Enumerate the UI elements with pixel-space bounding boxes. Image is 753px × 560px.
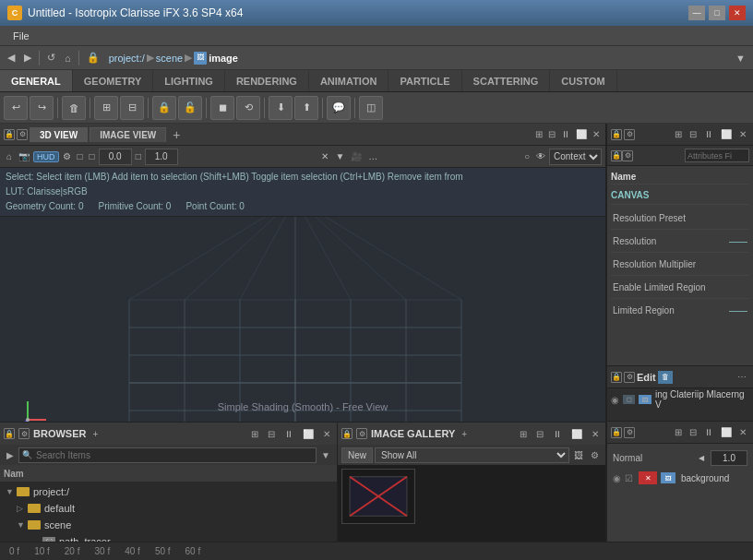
maximize-button[interactable]: □ <box>709 6 725 20</box>
tree-item-root[interactable]: ▼ project:/ <box>2 483 335 500</box>
browser-back[interactable]: ▶ <box>4 449 17 461</box>
forward-button[interactable]: ▶ <box>20 50 35 66</box>
browser-add-btn[interactable]: + <box>90 428 101 440</box>
new-button[interactable]: New <box>341 447 373 463</box>
tab-rendering[interactable]: RENDERING <box>225 70 309 91</box>
tree-toggle-scene[interactable]: ▼ <box>17 520 28 530</box>
home-button[interactable]: ⌂ <box>61 51 75 66</box>
props-pause[interactable]: ⏸ <box>701 128 716 140</box>
tab-particle[interactable]: PARTICLE <box>388 70 461 91</box>
chat-button[interactable]: 💬 <box>327 96 351 120</box>
reload-button[interactable]: ↺ <box>43 50 59 66</box>
tab-lighting[interactable]: LIGHTING <box>153 70 225 91</box>
layer-check[interactable]: ☑ <box>625 473 633 483</box>
view-filter-btn[interactable]: ▼ <box>332 150 347 162</box>
attrs-search[interactable] <box>685 149 749 162</box>
tree-item-scene[interactable]: ▼ scene <box>2 517 335 533</box>
blend-arrow-left[interactable]: ◀ <box>696 453 707 463</box>
props-max[interactable]: ⬜ <box>718 128 735 140</box>
browser-content[interactable]: ▼ project:/ ▷ default ▼ scene <box>0 482 337 542</box>
show-all-select[interactable]: Show All <box>375 447 569 463</box>
layers-split[interactable]: ⊟ <box>687 426 699 438</box>
edit-more[interactable]: ⋯ <box>735 371 749 383</box>
view-val1[interactable] <box>99 149 132 165</box>
undo-button[interactable]: ↩ <box>4 96 28 120</box>
panel-pause[interactable]: ⏸ <box>559 128 572 140</box>
tab-general[interactable]: GENERAL <box>0 70 73 91</box>
file-menu[interactable]: File <box>6 29 37 43</box>
tree-item-default[interactable]: ▷ default <box>2 500 335 517</box>
props-close[interactable]: ✕ <box>736 128 749 140</box>
grid-btn-1[interactable]: ⊞ <box>94 96 118 120</box>
gallery-image-icon[interactable]: 🖼 <box>571 449 586 461</box>
view-display[interactable]: □ <box>75 150 86 162</box>
search-input[interactable] <box>18 447 317 463</box>
layout-button[interactable]: ◫ <box>359 96 383 120</box>
panel-grid-btn[interactable]: ⊞ <box>533 128 544 140</box>
view-circle[interactable]: ○ <box>521 150 532 162</box>
gallery-grid[interactable]: ⊞ <box>517 428 530 440</box>
layers-max[interactable]: ⬜ <box>718 426 735 438</box>
browser-pause[interactable]: ⏸ <box>281 428 296 440</box>
view-context-select[interactable]: Context <box>549 149 602 165</box>
layers-grid[interactable]: ⊞ <box>672 426 685 438</box>
tab-3d-view[interactable]: 3D VIEW <box>30 127 88 142</box>
view3d-canvas[interactable]: Simple Shading (Smooth) - Free View <box>0 217 605 422</box>
gallery-content[interactable] <box>338 465 605 542</box>
tree-item-path-tracer[interactable]: ⛶ path_tracer <box>2 533 335 542</box>
back-button[interactable]: ◀ <box>4 50 18 66</box>
import-button[interactable]: ⬇ <box>269 96 293 120</box>
view-more[interactable]: … <box>365 150 380 162</box>
view-eye[interactable]: 👁 <box>533 150 548 162</box>
view-transform-btn[interactable]: ✕ <box>318 150 331 162</box>
unlock-button[interactable]: 🔓 <box>178 96 202 120</box>
layers-close[interactable]: ✕ <box>736 426 749 438</box>
gallery-max[interactable]: ⬜ <box>568 428 585 440</box>
layers-pause[interactable]: ⏸ <box>701 426 716 438</box>
gallery-add-btn[interactable]: + <box>459 428 470 440</box>
nav-scene[interactable]: scene <box>156 53 183 64</box>
redo-button[interactable]: ↪ <box>30 96 54 120</box>
edit-item-1[interactable]: ◉ ◻ 🖼 ing Clateriip Mlacerng V <box>611 390 749 409</box>
tab-image-view[interactable]: IMAGE VIEW <box>90 127 166 142</box>
gallery-pause[interactable]: ⏸ <box>550 428 565 440</box>
lock-button[interactable]: 🔒 <box>152 96 176 120</box>
tree-toggle-default[interactable]: ▷ <box>17 504 28 513</box>
add-view-tab[interactable]: + <box>168 126 185 143</box>
gallery-close[interactable]: ✕ <box>589 428 602 440</box>
tab-scattering[interactable]: SCATTERING <box>462 70 551 91</box>
browser-close[interactable]: ✕ <box>320 428 333 440</box>
panel-close[interactable]: ✕ <box>591 128 602 140</box>
address-lock[interactable]: 🔒 <box>83 50 103 66</box>
panel-maximize[interactable]: ⬜ <box>574 128 589 140</box>
view-res-toggle[interactable]: □ <box>87 150 98 162</box>
tab-custom[interactable]: CUSTOM <box>550 70 616 91</box>
layer-eye-icon[interactable]: ◉ <box>613 473 621 483</box>
view-cam-toggle[interactable]: □ <box>133 150 144 162</box>
delete-button[interactable]: 🗑 <box>62 96 86 120</box>
export-button[interactable]: ⬆ <box>294 96 318 120</box>
edit-icon-btn[interactable]: 🗑 <box>658 371 673 384</box>
minimize-button[interactable]: — <box>688 6 705 20</box>
transform-button[interactable]: ⟲ <box>236 96 260 120</box>
view-record-btn[interactable]: 🎥 <box>348 150 365 162</box>
nav-dropdown[interactable]: ▼ <box>732 51 749 66</box>
grid-btn-2[interactable]: ⊟ <box>120 96 144 120</box>
tab-geometry[interactable]: GEOMETRY <box>73 70 154 91</box>
cube-button[interactable]: ◼ <box>210 96 234 120</box>
view-camera[interactable]: 📷 <box>16 150 32 162</box>
browser-max[interactable]: ⬜ <box>300 428 317 440</box>
props-split[interactable]: ⊟ <box>687 128 699 140</box>
view-val2[interactable] <box>145 149 178 165</box>
props-grid[interactable]: ⊞ <box>672 128 685 140</box>
gallery-options-btn[interactable]: ⚙ <box>588 449 602 461</box>
browser-options[interactable]: ▼ <box>318 449 333 461</box>
nav-project[interactable]: project:/ <box>109 53 145 64</box>
tab-animation[interactable]: ANIMATION <box>309 70 389 91</box>
gallery-split[interactable]: ⊟ <box>533 428 546 440</box>
view-home[interactable]: ⌂ <box>4 150 15 162</box>
close-button[interactable]: ✕ <box>729 6 746 20</box>
tree-toggle-root[interactable]: ▼ <box>6 487 17 496</box>
nav-current[interactable]: image <box>209 53 238 64</box>
blend-value[interactable] <box>711 450 747 466</box>
